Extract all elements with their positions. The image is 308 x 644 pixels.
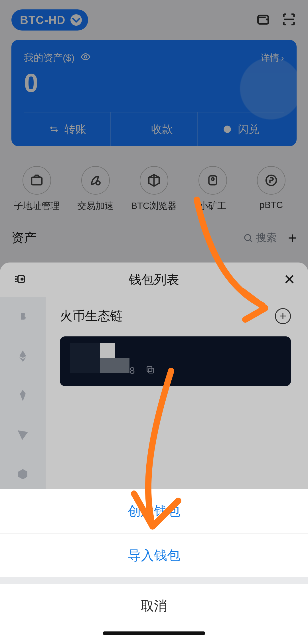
assets-section-header: 资产 搜索 + xyxy=(11,229,297,255)
close-icon[interactable]: ✕ xyxy=(283,272,295,287)
create-wallet-button[interactable]: 创建钱包 xyxy=(0,489,308,533)
sheet-title: 钱包列表 xyxy=(129,271,179,288)
cancel-button[interactable]: 取消 xyxy=(0,584,308,628)
home-indicator xyxy=(0,628,308,644)
svg-point-6 xyxy=(211,178,214,180)
tool-accelerate[interactable]: 交易加速 xyxy=(71,166,120,212)
svg-rect-12 xyxy=(147,367,152,372)
tools-row: 子地址管理 交易加速 BTC浏览器 小矿工 pBTC xyxy=(11,166,297,212)
transfer-button[interactable]: 转账 xyxy=(24,112,110,146)
tool-explorer[interactable]: BTC浏览器 xyxy=(130,166,178,212)
svg-point-10 xyxy=(21,278,23,280)
add-wallet-icon[interactable] xyxy=(256,12,271,28)
action-sheet: 创建钱包 导入钱包 取消 xyxy=(0,489,308,644)
svg-rect-11 xyxy=(149,368,153,373)
sheet-header: 钱包列表 ✕ xyxy=(0,263,308,297)
asset-summary-card: 我的资产($) 详情 › 0 转账 收款 闪兑 xyxy=(11,40,297,146)
chain-iost-icon[interactable] xyxy=(14,465,32,483)
topbar: BTC-HD xyxy=(11,0,297,40)
svg-rect-3 xyxy=(32,177,42,185)
chain-btc-icon[interactable] xyxy=(14,308,32,326)
wallet-name-label: BTC-HD xyxy=(20,14,65,27)
asset-total-value: 0 xyxy=(24,68,284,98)
add-wallet-plus-icon[interactable]: + xyxy=(275,308,291,324)
asset-search[interactable]: 搜索 xyxy=(243,231,277,245)
chain-name: 火币生态链 xyxy=(60,308,123,324)
chevron-right-icon: › xyxy=(281,53,284,63)
asset-detail-link[interactable]: 详情 › xyxy=(261,52,284,64)
svg-point-1 xyxy=(84,56,87,58)
tool-pbtc[interactable]: pBTC xyxy=(247,166,295,212)
swap-button[interactable]: 闪兑 xyxy=(197,112,284,146)
wallet-home-screen: BTC-HD 我的资产($) 详情 › xyxy=(0,0,308,255)
add-asset-button[interactable]: + xyxy=(288,231,297,245)
tool-miner[interactable]: 小矿工 xyxy=(189,166,237,212)
wallet-manage-icon[interactable] xyxy=(13,272,27,287)
chevron-down-icon xyxy=(70,14,82,26)
eye-icon[interactable] xyxy=(80,52,91,64)
receive-button[interactable]: 收款 xyxy=(110,112,197,146)
chain-trx-icon[interactable] xyxy=(14,426,32,444)
import-wallet-button[interactable]: 导入钱包 xyxy=(0,533,308,577)
redacted-address xyxy=(70,358,129,373)
svg-point-4 xyxy=(96,181,100,185)
copy-icon[interactable] xyxy=(145,365,155,376)
redacted-name xyxy=(70,343,115,358)
wallet-card[interactable]: 8 xyxy=(60,336,291,386)
wallet-switcher-pill[interactable]: BTC-HD xyxy=(11,9,88,31)
assets-title: 资产 xyxy=(11,229,37,246)
scan-icon[interactable] xyxy=(281,12,297,28)
asset-label: 我的资产($) xyxy=(24,51,75,64)
chain-eth-icon[interactable] xyxy=(14,347,32,365)
tool-subaddress[interactable]: 子地址管理 xyxy=(13,166,61,212)
chain-eos-icon[interactable] xyxy=(14,386,32,405)
svg-point-8 xyxy=(245,235,251,241)
wallet-address-suffix: 8 xyxy=(129,365,135,376)
